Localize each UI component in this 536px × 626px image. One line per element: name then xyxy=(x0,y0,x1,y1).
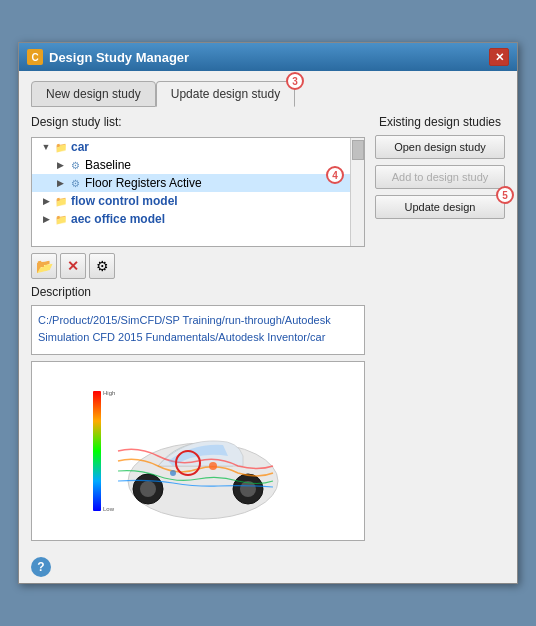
delete-icon: ✕ xyxy=(67,258,79,274)
description-text: C:/Product/2015/SimCFD/SP Training/run-t… xyxy=(38,314,331,343)
delete-button[interactable]: ✕ xyxy=(60,253,86,279)
tree-label-floor-registers: Floor Registers Active xyxy=(85,176,202,190)
design-study-list-label: Design study list: xyxy=(31,115,365,129)
svg-text:High: High xyxy=(103,390,115,396)
tree-label-car: car xyxy=(71,140,89,154)
folder-icon-car: 📁 xyxy=(54,140,68,154)
main-window: C Design Study Manager ✕ New design stud… xyxy=(18,42,518,584)
svg-point-10 xyxy=(209,462,217,470)
open-folder-icon: 📂 xyxy=(36,258,53,274)
update-design-badge: 5 xyxy=(496,186,514,204)
tree-label-flow-control: flow control model xyxy=(71,194,178,208)
arrow-baseline: ▶ xyxy=(54,159,66,171)
window-title: Design Study Manager xyxy=(49,50,483,65)
toolbar: 📂 ✕ ⚙ xyxy=(31,253,365,279)
tab-update-design-study[interactable]: Update design study 3 xyxy=(156,81,295,107)
tab-new-design-study[interactable]: New design study xyxy=(31,81,156,107)
tab-badge: 3 xyxy=(286,72,304,90)
arrow-floor-registers: ▶ xyxy=(54,177,66,189)
settings-button[interactable]: ⚙ xyxy=(89,253,115,279)
design-study-tree[interactable]: ▼ 📁 car ▶ ⚙ Baseline ▶ ⚙ Floor Regist xyxy=(31,137,365,247)
arrow-aec-office: ▶ xyxy=(40,213,52,225)
title-bar: C Design Study Manager ✕ xyxy=(19,43,517,71)
svg-text:Low: Low xyxy=(103,506,115,512)
folder-icon-aec-office: 📁 xyxy=(54,212,68,226)
close-button[interactable]: ✕ xyxy=(489,48,509,66)
left-panel: Design study list: ▼ 📁 car ▶ ⚙ Baseline xyxy=(31,115,365,541)
tree-item-aec-office[interactable]: ▶ 📁 aec office model xyxy=(32,210,364,228)
help-button[interactable]: ? xyxy=(31,557,51,577)
main-area: Design study list: ▼ 📁 car ▶ ⚙ Baseline xyxy=(31,115,505,541)
tree-item-car[interactable]: ▼ 📁 car xyxy=(32,138,364,156)
tree-badge: 4 xyxy=(326,166,344,184)
tree-label-aec-office: aec office model xyxy=(71,212,165,226)
update-design-button[interactable]: Update design 5 xyxy=(375,195,505,219)
tabs-row: New design study Update design study 3 xyxy=(31,81,505,107)
car-preview-svg: High Low xyxy=(88,371,308,531)
svg-point-5 xyxy=(140,481,156,497)
bottom-bar: ? xyxy=(19,551,517,583)
svg-point-9 xyxy=(170,470,176,476)
tree-item-floor-registers[interactable]: ▶ ⚙ Floor Registers Active 4 xyxy=(32,174,364,192)
open-design-study-button[interactable]: Open design study xyxy=(375,135,505,159)
scrollbar-track[interactable] xyxy=(350,138,364,246)
content-area: New design study Update design study 3 D… xyxy=(19,71,517,551)
right-panel: Existing design studies Open design stud… xyxy=(375,115,505,541)
app-icon: C xyxy=(27,49,43,65)
svg-rect-0 xyxy=(93,391,101,511)
folder-icon-flow-control: 📁 xyxy=(54,194,68,208)
tree-item-baseline[interactable]: ▶ ⚙ Baseline xyxy=(32,156,364,174)
tree-label-baseline: Baseline xyxy=(85,158,131,172)
arrow-flow-control: ▶ xyxy=(40,195,52,207)
preview-box: High Low xyxy=(31,361,365,541)
add-to-design-study-button[interactable]: Add to design study xyxy=(375,165,505,189)
gear-icon-floor-registers: ⚙ xyxy=(68,176,82,190)
open-folder-button[interactable]: 📂 xyxy=(31,253,57,279)
existing-studies-label: Existing design studies xyxy=(375,115,505,129)
description-label: Description xyxy=(31,285,365,299)
scrollbar-thumb[interactable] xyxy=(352,140,364,160)
gear-icon-baseline: ⚙ xyxy=(68,158,82,172)
tree-item-flow-control[interactable]: ▶ 📁 flow control model xyxy=(32,192,364,210)
settings-icon: ⚙ xyxy=(96,258,109,274)
arrow-car: ▼ xyxy=(40,141,52,153)
description-box: C:/Product/2015/SimCFD/SP Training/run-t… xyxy=(31,305,365,355)
